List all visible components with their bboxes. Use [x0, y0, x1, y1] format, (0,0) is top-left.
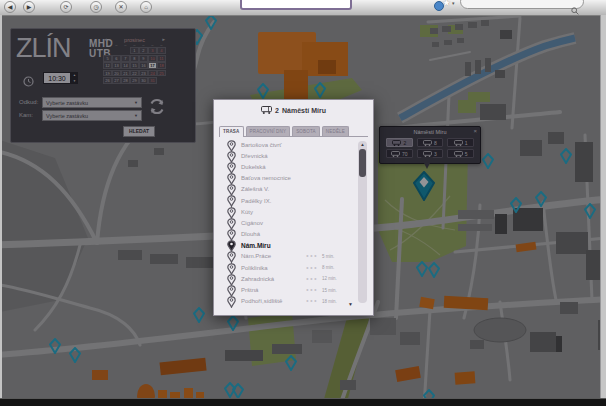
bus-icon	[261, 106, 272, 114]
chevron-down-icon[interactable]: ▾	[452, 0, 455, 6]
stop-pin-icon	[227, 285, 236, 297]
browser-search-input[interactable]	[460, 0, 584, 9]
stop-pin-icon	[227, 151, 236, 163]
stop-name: Baťova nemocnice	[241, 175, 291, 181]
stop-row[interactable]: Cigánov	[220, 217, 351, 228]
stop-row[interactable]: Padělky IX.	[220, 195, 351, 206]
eta-arrows-icon: ►►►	[306, 299, 318, 303]
tab-pracovn-dny[interactable]: PRACOVNÍ DNY	[246, 126, 291, 136]
dialog-line-number: 2	[275, 107, 279, 114]
stop-name: Zahradnická	[241, 276, 274, 282]
stop-pin-icon	[227, 296, 236, 308]
stop-pin-icon	[227, 195, 236, 207]
stop-pin-icon	[227, 240, 236, 252]
app-window: ZLÍN MHD UTB ◄ prosinec ► –––––––1234567…	[0, 0, 606, 406]
stop-list: Bartošova čtvrť Dřevnická Dukelská Baťov…	[220, 139, 351, 308]
stop-row[interactable]: Dukelská	[220, 161, 351, 172]
tab-ned-le[interactable]: NEDĚLE	[322, 126, 349, 136]
stop-row[interactable]: Prštná ►►► 15 min.	[220, 284, 351, 295]
dialog-tabs: TRASAPRACOVNÍ DNYSOBOTANEDĚLE	[219, 123, 368, 137]
eta-arrows-icon: ►►►	[306, 266, 318, 270]
stop-pin-icon	[227, 263, 236, 275]
stop-row[interactable]: Zálešná V.	[220, 184, 351, 195]
stop-row[interactable]: Dlouhá	[220, 229, 351, 240]
stop-name: Prštná	[241, 287, 258, 293]
stop-name: Podhoří,sídliště	[241, 298, 282, 304]
window-edge-right[interactable]	[600, 15, 606, 399]
stop-name: Dřevnická	[241, 153, 268, 159]
stop-row[interactable]: Bartošova čtvrť	[220, 139, 351, 150]
window-edge-left	[0, 15, 2, 399]
dialog-header: 2 Náměstí Míru	[214, 104, 373, 116]
stop-row[interactable]: Nám.Práce ►►► 5 min.	[220, 251, 351, 262]
stop-pin-icon	[227, 274, 236, 286]
stop-name: Kúty	[241, 209, 253, 215]
stop-pin-icon	[227, 207, 236, 219]
back-button[interactable]: ◀	[4, 1, 16, 13]
stop-row[interactable]: Dřevnická	[220, 150, 351, 161]
bookmark-star-icon[interactable]: ★	[442, 0, 451, 8]
stop-eta: ►►► 12 min.	[306, 276, 337, 281]
stop-row[interactable]: Poliklinika ►►► 8 min.	[220, 262, 351, 273]
stop-name: Nám.Míru	[241, 242, 271, 249]
eta-arrows-icon: ►►►	[306, 288, 318, 292]
window-status-bar	[0, 398, 606, 406]
stop-row[interactable]: Baťova nemocnice	[220, 173, 351, 184]
stop-pin-icon	[227, 173, 236, 185]
history-button[interactable]: ◷	[90, 1, 102, 13]
stop-row[interactable]: Zahradnická ►►► 12 min.	[220, 273, 351, 284]
stop-name: Dlouhá	[241, 231, 260, 237]
route-dialog: 2 Náměstí Míru TRASAPRACOVNÍ DNYSOBOTANE…	[213, 99, 374, 316]
scroll-down-icon[interactable]: ▼	[348, 301, 353, 307]
stop-name: Bartošova čtvrť	[241, 142, 282, 148]
stop-eta: ►►► 18 min.	[306, 299, 337, 304]
forward-button[interactable]: ▶	[23, 1, 35, 13]
eta-arrows-icon: ►►►	[306, 277, 318, 281]
stop-eta: ►►► 8 min.	[306, 265, 334, 270]
scrollbar-thumb[interactable]	[359, 149, 366, 177]
dialog-title: Náměstí Míru	[282, 107, 326, 114]
scrollbar[interactable]: ▲	[358, 141, 367, 303]
stop-pin-icon	[227, 140, 236, 152]
tab-trasa[interactable]: TRASA	[219, 126, 244, 137]
address-bar[interactable]	[240, 0, 352, 10]
browser-toolbar: ◀▶⟳◷✕⌂ ★ ▾	[0, 0, 606, 16]
stop-row[interactable]: Podhoří,sídliště ►►► 18 min.	[220, 296, 351, 307]
home-button[interactable]: ⌂	[140, 1, 152, 13]
stop-name: Padělky IX.	[241, 198, 271, 204]
stop-row[interactable]: Nám.Míru	[220, 240, 351, 251]
stop-button[interactable]: ✕	[115, 1, 127, 13]
stop-pin-icon	[227, 229, 236, 241]
search-icon[interactable]	[571, 1, 579, 16]
stop-pin-icon	[227, 218, 236, 230]
tab-sobota[interactable]: SOBOTA	[292, 126, 320, 136]
stop-name: Cigánov	[241, 220, 263, 226]
stop-pin-icon	[227, 251, 236, 263]
scroll-up-icon[interactable]: ▲	[358, 142, 367, 147]
stop-eta: ►►► 5 min.	[306, 254, 334, 259]
stop-name: Zálešná V.	[241, 186, 269, 192]
reload-button[interactable]: ⟳	[60, 1, 72, 13]
stop-pin-icon	[227, 162, 236, 174]
stop-name: Dukelská	[241, 164, 266, 170]
stop-eta: ►►► 15 min.	[306, 288, 337, 293]
stop-name: Poliklinika	[241, 265, 268, 271]
stop-row[interactable]: Kúty	[220, 206, 351, 217]
eta-arrows-icon: ►►►	[306, 254, 318, 258]
stop-name: Nám.Práce	[241, 253, 271, 259]
stop-pin-icon	[227, 184, 236, 196]
